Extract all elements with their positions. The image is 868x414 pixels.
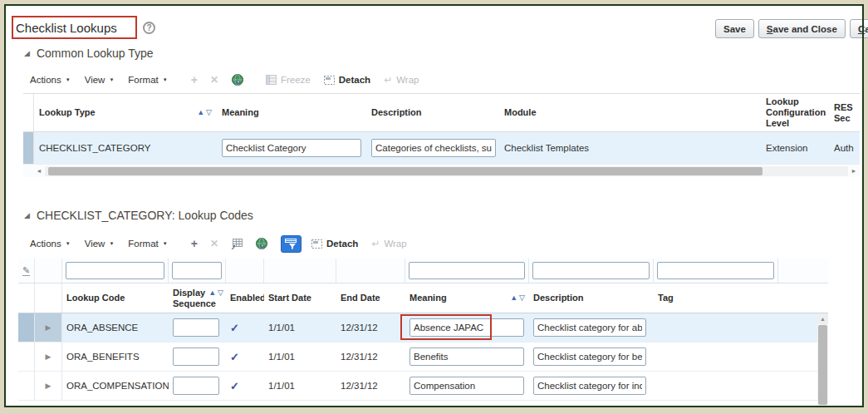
- format-menu[interactable]: Format▼: [128, 239, 167, 249]
- description-cell: [366, 139, 499, 157]
- scrollbar-thumb[interactable]: [48, 167, 763, 175]
- expand-row-icon[interactable]: ▶: [46, 382, 51, 390]
- column-header-meaning[interactable]: Meaning: [217, 94, 366, 131]
- save-and-close-button[interactable]: Save and Close: [758, 19, 846, 38]
- caret-down-icon: ▼: [163, 241, 168, 246]
- filter-display-sequence-input[interactable]: [172, 262, 222, 279]
- filter-description-input[interactable]: [532, 262, 650, 279]
- detach-button[interactable]: Detach: [324, 75, 370, 85]
- scroll-left-icon[interactable]: ◄: [33, 168, 45, 174]
- column-header-description[interactable]: Description: [366, 94, 499, 131]
- actions-menu[interactable]: Actions▼: [30, 239, 71, 249]
- filter-row: ✎: [18, 259, 828, 283]
- column-header-lookup-code[interactable]: Lookup Code: [62, 283, 169, 313]
- cancel-button[interactable]: Cancel: [850, 19, 868, 38]
- section-title: Common Lookup Type: [37, 47, 154, 60]
- end-date-cell: 12/31/12: [336, 323, 405, 333]
- expand-row-icon[interactable]: ▶: [46, 352, 51, 361]
- scroll-up-icon[interactable]: ▲: [817, 313, 828, 324]
- column-header-description[interactable]: Description: [529, 283, 654, 313]
- sort-ascending-icon[interactable]: ▲: [510, 294, 517, 302]
- caret-down-icon: ▼: [163, 77, 168, 82]
- filter-meaning-input[interactable]: [409, 262, 525, 279]
- save-button[interactable]: Save: [715, 19, 754, 38]
- section-common-lookup-type[interactable]: ◢ Common Lookup Type: [24, 47, 154, 60]
- common-lookup-type-toolbar: Actions▼ View▼ Format▼ + ✕ Freeze Detach…: [30, 71, 432, 89]
- section-lookup-codes[interactable]: ◢ CHECKLIST_CATEGORY: Lookup Codes: [24, 209, 253, 222]
- display-sequence-input[interactable]: [173, 318, 219, 337]
- freeze-button: Freeze: [266, 75, 311, 85]
- sort-ascending-icon[interactable]: ▲: [208, 289, 216, 297]
- column-header-rest-sec[interactable]: RES Sec: [829, 94, 860, 131]
- description-input[interactable]: [533, 318, 646, 337]
- enabled-check-icon: ✓: [230, 351, 239, 363]
- lookup-codes-table: ✎ Lookup Code Display Sequence ▲▽ Enable…: [18, 259, 828, 406]
- add-row-icon: +: [191, 74, 198, 86]
- lookup-type-cell: CHECKLIST_CATEGORY: [34, 143, 217, 153]
- column-header-tag[interactable]: Tag: [654, 283, 778, 313]
- meaning-input[interactable]: [409, 347, 524, 366]
- table-row[interactable]: ▶ ORA_BENEFITS ✓ 1/1/01 12/31/12: [18, 343, 828, 372]
- lookup-code-cell: ORA_COMPENSATION: [62, 381, 169, 391]
- column-header-end-date[interactable]: End Date: [336, 283, 405, 313]
- column-header-lookup-type[interactable]: Lookup Type ▲▽: [34, 94, 217, 131]
- table-row[interactable]: ▶ ORA_COMPENSATION ✓ 1/1/01 12/31/12: [18, 372, 828, 401]
- view-menu[interactable]: View▼: [85, 239, 115, 249]
- column-header-display-sequence[interactable]: Display Sequence ▲▽: [169, 283, 226, 313]
- globe-icon[interactable]: [255, 237, 268, 250]
- meaning-input[interactable]: [409, 377, 524, 395]
- row-selector-gutter[interactable]: [18, 313, 35, 342]
- column-header-lookup-configuration-level[interactable]: Lookup Configuration Level: [761, 94, 829, 131]
- detach-button[interactable]: Detach: [311, 239, 358, 249]
- sort-descending-icon[interactable]: ▽: [519, 294, 525, 302]
- expand-row-icon[interactable]: ▶: [46, 323, 51, 332]
- table-row[interactable]: ▶ ORA_ABSENCE ✓ 1/1/01 12/31/12: [18, 313, 828, 343]
- format-menu[interactable]: Format▼: [128, 75, 167, 85]
- display-sequence-input[interactable]: [173, 377, 219, 395]
- row-header-gutter: [23, 94, 34, 131]
- row-selector-gutter[interactable]: [18, 343, 35, 371]
- column-header-start-date[interactable]: Start Date: [264, 283, 336, 313]
- sort-ascending-icon[interactable]: ▲: [197, 109, 204, 116]
- table-header-row: Lookup Type ▲▽ Meaning Description Modul…: [23, 94, 860, 132]
- description-input[interactable]: [533, 377, 646, 395]
- table-header-row: Lookup Code Display Sequence ▲▽ Enabled …: [18, 283, 828, 313]
- caret-down-icon: ▼: [109, 77, 114, 82]
- end-date-cell: 12/31/12: [336, 352, 405, 362]
- column-header-enabled[interactable]: Enabled: [226, 283, 264, 313]
- scrollbar-thumb[interactable]: [818, 325, 827, 405]
- end-date-cell: 12/31/12: [336, 381, 405, 391]
- row-selector-gutter[interactable]: [23, 132, 34, 164]
- qbe-pencil-icon: ✎: [22, 266, 30, 276]
- actions-menu[interactable]: Actions▼: [30, 75, 71, 85]
- vertical-scrollbar[interactable]: ▲: [817, 313, 828, 406]
- description-input[interactable]: [371, 139, 496, 157]
- description-input[interactable]: [533, 347, 646, 366]
- freeze-icon: [266, 75, 277, 85]
- filter-tag-input[interactable]: [657, 262, 774, 279]
- sort-descending-icon[interactable]: ▽: [206, 109, 212, 116]
- display-sequence-input[interactable]: [173, 347, 219, 366]
- query-by-example-toggle[interactable]: [281, 235, 302, 253]
- qbe-expand-gutter: [35, 259, 62, 283]
- export-to-excel-icon[interactable]: [231, 239, 243, 249]
- scrollbar-track[interactable]: [45, 166, 848, 176]
- column-header-module[interactable]: Module: [499, 94, 761, 131]
- meaning-input[interactable]: [409, 318, 524, 337]
- globe-icon[interactable]: [231, 73, 244, 86]
- help-icon[interactable]: ?: [143, 22, 155, 34]
- lookup-code-cell: ORA_ABSENCE: [62, 323, 169, 333]
- expand-column-header: [35, 283, 62, 313]
- sort-descending-icon[interactable]: ▽: [218, 289, 223, 297]
- table-row[interactable]: CHECKLIST_CATEGORY Checklist Templates E…: [23, 132, 860, 164]
- collapse-triangle-icon: ◢: [24, 49, 30, 57]
- add-row-icon[interactable]: +: [191, 238, 198, 249]
- view-menu[interactable]: View▼: [85, 75, 115, 85]
- meaning-input[interactable]: [222, 139, 361, 157]
- filter-lookup-code-input[interactable]: [66, 262, 164, 279]
- row-selector-gutter[interactable]: [18, 372, 35, 400]
- detach-icon: [311, 239, 322, 249]
- scroll-right-icon[interactable]: ►: [848, 168, 860, 174]
- detach-icon: [324, 76, 335, 85]
- column-header-meaning[interactable]: Meaning ▲▽: [405, 283, 529, 313]
